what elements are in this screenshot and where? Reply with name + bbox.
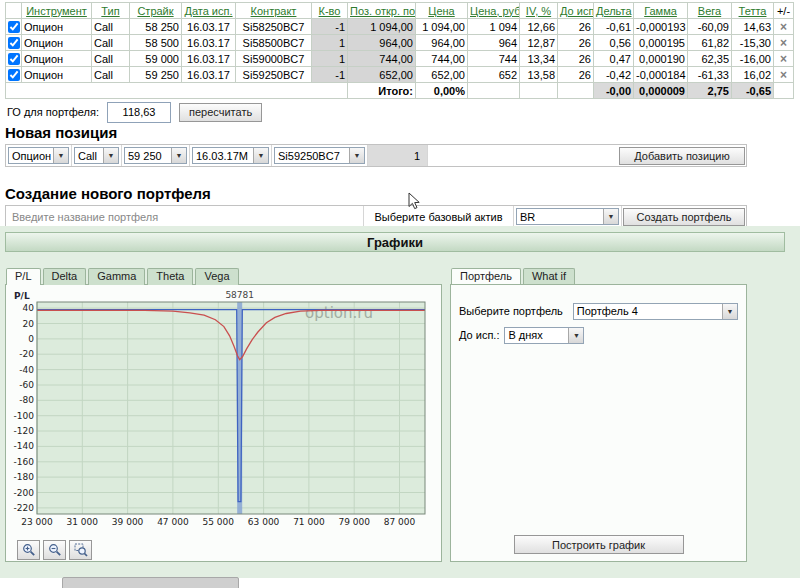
- create-portfolio-button[interactable]: Создать портфель: [623, 208, 745, 226]
- portfolio-panel: Портфель What if Выберите портфель Портф…: [450, 268, 747, 562]
- instrument-select[interactable]: Опцион ▼: [8, 147, 69, 164]
- top-section: ИнструментТипСтрайкДата исп.КонтрактК-во…: [0, 0, 800, 228]
- cell-pos_open: 964,00: [348, 35, 416, 51]
- svg-text:40: 40: [23, 303, 35, 313]
- column-header-link[interactable]: Цена, руб.: [470, 5, 520, 17]
- dropdown-arrow-icon: ▼: [171, 148, 186, 163]
- svg-text:-180: -180: [14, 472, 35, 482]
- column-header-link[interactable]: До исп.: [560, 5, 594, 17]
- svg-text:58781: 58781: [225, 290, 254, 300]
- zoom-in-button[interactable]: [17, 540, 40, 560]
- margin-row: ГО для портфеля: пересчитать: [7, 102, 800, 122]
- delete-position-icon[interactable]: ×: [780, 20, 787, 34]
- row-checkbox[interactable]: [8, 21, 20, 33]
- zoom-reset-button[interactable]: [69, 540, 92, 560]
- column-header-link[interactable]: Контракт: [251, 5, 297, 17]
- magnifier-minus-icon: [48, 543, 62, 557]
- position-row: ОпционCall58 50016.03.17Si58500BC71964,0…: [6, 35, 794, 51]
- days-mode-select[interactable]: В днях ▼: [504, 327, 584, 344]
- portfolio-select[interactable]: Портфель 4 ▼: [573, 303, 738, 320]
- svg-text:P/L: P/L: [14, 291, 30, 301]
- panels-row: P/L Delta Gamma Theta Vega 40200-20-40-6…: [5, 268, 795, 562]
- cell-pos_open: 744,00: [348, 51, 416, 67]
- recalculate-button[interactable]: пересчитать: [179, 103, 262, 122]
- dropdown-arrow-icon: ▼: [722, 304, 737, 319]
- tab-delta[interactable]: Delta: [43, 268, 87, 285]
- option-type-select-value: Call: [75, 150, 103, 162]
- contract-select[interactable]: Si59250BC7 ▼: [274, 147, 365, 164]
- expiry-date-select[interactable]: 16.03.17M ▼: [192, 147, 269, 164]
- delete-position-icon[interactable]: ×: [780, 68, 787, 82]
- delete-position-icon[interactable]: ×: [780, 52, 787, 66]
- cell-qty: 1: [312, 51, 348, 67]
- column-header-link[interactable]: Дельта: [596, 5, 632, 17]
- tab-gamma[interactable]: Gamma: [88, 268, 145, 285]
- column-header-link[interactable]: К-во: [319, 5, 341, 17]
- new-portfolio-title: Создание нового портфеля: [5, 185, 800, 202]
- base-asset-select[interactable]: BR ▼: [516, 208, 619, 225]
- cell-theta: 14,63: [732, 19, 774, 35]
- column-header-link[interactable]: Инструмент: [26, 5, 87, 17]
- new-position-strip: Опцион ▼ Call ▼ 59 250 ▼ 16.03.17M: [5, 144, 747, 167]
- margin-label: ГО для портфеля:: [7, 106, 99, 118]
- delete-position-icon[interactable]: ×: [780, 36, 787, 50]
- row-checkbox-cell: [6, 67, 22, 83]
- svg-text:0: 0: [28, 334, 34, 344]
- strike-select[interactable]: 59 250 ▼: [124, 147, 187, 164]
- cell-type: Call: [92, 19, 130, 35]
- tab-portfolio[interactable]: Портфель: [451, 268, 521, 285]
- cell-contract: Si59000BC7: [236, 51, 312, 67]
- svg-text:55 000: 55 000: [203, 517, 235, 527]
- column-header-link[interactable]: IV, %: [526, 5, 551, 17]
- tab-pl[interactable]: P/L: [6, 268, 41, 285]
- column-header-link[interactable]: Тип: [101, 5, 119, 17]
- cell-instrument: Опцион: [22, 67, 92, 83]
- row-checkbox[interactable]: [8, 53, 20, 65]
- cell-date: 16.03.17: [182, 67, 236, 83]
- svg-text:option.ru: option.ru: [305, 304, 373, 322]
- cell-contract: Si58500BC7: [236, 35, 312, 51]
- svg-text:-40: -40: [19, 365, 34, 375]
- quantity-input[interactable]: [370, 147, 425, 164]
- column-header-link[interactable]: Вега: [698, 5, 721, 17]
- svg-text:-160: -160: [14, 457, 35, 467]
- column-header-link[interactable]: Цена: [428, 5, 454, 17]
- svg-text:-220: -220: [14, 503, 35, 513]
- row-checkbox-cell: [6, 35, 22, 51]
- tab-vega[interactable]: Vega: [195, 268, 238, 285]
- base-asset-label-cell: Выберите базовый актив: [364, 206, 514, 227]
- row-checkbox[interactable]: [8, 69, 20, 81]
- cell-vega: -60,09: [688, 19, 732, 35]
- dropdown-arrow-icon: ▼: [53, 148, 68, 163]
- svg-text:23 000: 23 000: [21, 517, 53, 527]
- svg-text:39 000: 39 000: [112, 517, 144, 527]
- zoom-out-button[interactable]: [43, 540, 66, 560]
- cell-date: 16.03.17: [182, 35, 236, 51]
- cell-vega: -61,33: [688, 67, 732, 83]
- zoom-controls: [17, 540, 441, 560]
- row-checkbox[interactable]: [8, 37, 20, 49]
- tab-theta[interactable]: Theta: [147, 268, 193, 285]
- margin-value-input[interactable]: [107, 102, 171, 123]
- build-chart-button[interactable]: Построить график: [514, 535, 684, 554]
- column-header-link[interactable]: Поз. откр. по: [350, 5, 415, 17]
- new-portfolio-strip: Выберите базовый актив BR ▼ Создать порт…: [5, 205, 747, 228]
- tab-what-if[interactable]: What if: [523, 268, 575, 285]
- portfolio-name-input[interactable]: [8, 206, 361, 227]
- cell-strike: 58 500: [130, 35, 182, 51]
- column-header-link[interactable]: Страйк: [137, 5, 173, 17]
- row-checkbox-cell: [6, 51, 22, 67]
- cell-vega: 62,35: [688, 51, 732, 67]
- cell-delta: -0,42: [594, 67, 634, 83]
- cell-strike: 59 250: [130, 67, 182, 83]
- dropdown-arrow-icon: ▼: [349, 148, 364, 163]
- add-position-button[interactable]: Добавить позицию: [619, 147, 745, 165]
- portfolio-name-cell: [6, 206, 364, 227]
- column-header-link[interactable]: Гамма: [644, 5, 677, 17]
- option-type-select[interactable]: Call ▼: [74, 147, 119, 164]
- column-header-link[interactable]: Тетта: [739, 5, 767, 17]
- base-asset-label: Выберите базовый актив: [375, 211, 503, 223]
- positions-table: ИнструментТипСтрайкДата исп.КонтрактК-во…: [5, 2, 794, 99]
- column-header-link[interactable]: Дата исп.: [184, 5, 232, 17]
- cell-instrument: Опцион: [22, 35, 92, 51]
